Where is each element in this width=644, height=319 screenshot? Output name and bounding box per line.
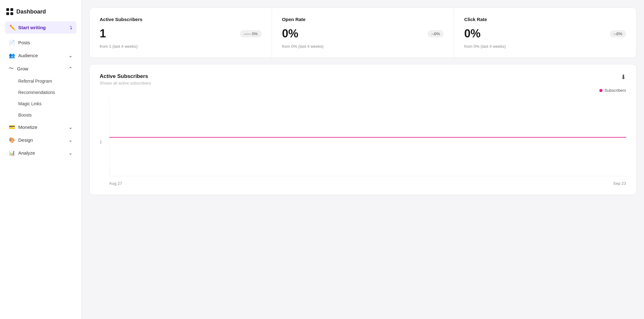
app-logo: Dashboard [0,5,81,21]
chart-section: Active Subscribers Shows all active subs… [89,64,636,195]
sidebar-item-analyze-label: Analyze [18,150,35,156]
design-icon: 🎨 [9,137,15,143]
design-chevron-icon: ⌄ [69,137,73,143]
stat-subtitle-click-rate: from 0% (last 4 weeks) [464,44,626,49]
chart-x-end: Sep 23 [613,181,626,186]
stat-card-click-rate: Click Rate 0% — 0% from 0% (last 4 weeks… [454,8,636,58]
chart-line [109,137,626,138]
start-writing-label: Start writing [18,25,46,30]
sidebar-item-magic-links[interactable]: Magic Links [3,98,79,109]
analyze-icon: 📊 [9,150,15,156]
chart-legend: Subscribers [100,88,626,93]
monetize-icon: 💳 [9,124,15,130]
legend-label: Subscribers [604,88,626,93]
grow-icon: 〜 [9,65,14,72]
legend-dot [599,89,602,92]
chart-header: Active Subscribers Shows all active subs… [100,73,626,85]
download-icon[interactable]: ⬇ [621,73,626,81]
stat-title-open-rate: Open Rate [282,17,444,22]
edit-icon: ✏️ [9,25,16,30]
logo-icon [6,8,13,15]
sidebar: Dashboard ✏️ Start writing ⤵ 📄 Posts 👥 A… [0,0,82,319]
chart-x-labels: Aug 27 Sep 23 [109,181,626,186]
stat-card-open-rate: Open Rate 0% — 0% from 0% (last 4 weeks) [272,8,454,58]
stat-title-active-subscribers: Active Subscribers [100,17,262,22]
sidebar-item-grow[interactable]: 〜 Grow ⌃ [3,62,79,75]
grow-chevron-icon: ⌃ [69,66,73,72]
stat-title-click-rate: Click Rate [464,17,626,22]
stat-badge-click-rate: — 0% [610,30,626,37]
stat-value-open-rate: 0% [282,27,298,40]
stat-value-active-subscribers: 1 [100,27,106,40]
sidebar-item-design[interactable]: 🎨 Design ⌄ [3,134,79,146]
sidebar-item-recommendations[interactable]: Recommendations [3,87,79,98]
monetize-chevron-icon: ⌄ [69,124,73,130]
sidebar-item-design-label: Design [18,137,33,143]
chart-area [109,98,626,176]
start-writing-button[interactable]: ✏️ Start writing ⤵ [5,21,76,34]
stat-badge-open-rate: — 0% [428,30,444,37]
audience-icon: 👥 [9,52,15,58]
chart-subtitle: Shows all active subscribers [100,81,151,85]
stat-subtitle-open-rate: from 0% (last 4 weeks) [282,44,444,49]
sidebar-item-grow-label: Grow [17,66,28,71]
stat-badge-active-subscribers: — — 0% [240,30,261,37]
chart-y-label: 1 [100,140,102,144]
stat-value-click-rate: 0% [464,27,480,40]
chart-container: 1 Aug 27 Sep 23 [100,98,626,186]
stats-row: Active Subscribers 1 — — 0% from 1 (last… [89,8,636,58]
chevron-down-icon: ⤵ [70,25,72,30]
chart-x-start: Aug 27 [109,181,122,186]
sidebar-item-audience-label: Audience [18,53,38,58]
chart-title: Active Subscribers [100,73,151,80]
analyze-chevron-icon: ⌄ [69,150,73,156]
sidebar-item-analyze[interactable]: 📊 Analyze ⌄ [3,147,79,159]
sidebar-item-posts[interactable]: 📄 Posts [3,36,79,49]
sidebar-item-monetize[interactable]: 💳 Monetize ⌄ [3,121,79,133]
sidebar-item-audience[interactable]: 👥 Audience ⌄ [3,49,79,62]
sidebar-item-referral-program[interactable]: Referral Program [3,76,79,86]
sidebar-item-posts-label: Posts [18,40,30,45]
sidebar-item-boosts[interactable]: Boosts [3,110,79,120]
main-content: Active Subscribers 1 — — 0% from 1 (last… [82,0,644,319]
logo-label: Dashboard [16,8,46,15]
stat-card-active-subscribers: Active Subscribers 1 — — 0% from 1 (last… [90,8,272,58]
stat-subtitle-active-subscribers: from 1 (last 4 weeks) [100,44,262,49]
sidebar-item-monetize-label: Monetize [18,124,37,130]
audience-chevron-icon: ⌄ [69,53,73,58]
posts-icon: 📄 [9,40,15,46]
